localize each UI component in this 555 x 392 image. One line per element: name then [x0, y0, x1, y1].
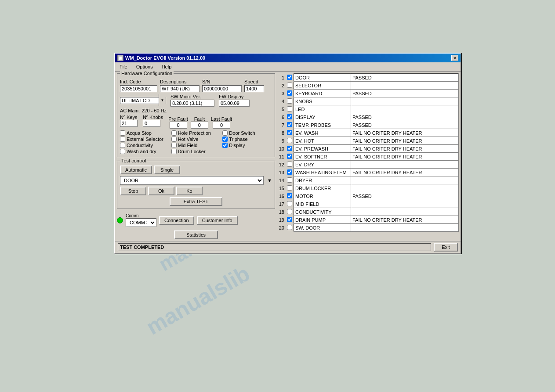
ko-button[interactable]: Ko: [176, 187, 203, 195]
checkbox-drum-locker[interactable]: [171, 149, 177, 154]
fw-display-label: FW Display: [219, 94, 250, 99]
extra-test-row: Extra TEST: [120, 197, 272, 206]
test-cb-10[interactable]: [287, 146, 292, 151]
test-cb-4[interactable]: [287, 98, 292, 104]
hardware-config-group: Hardware Configuration Ind. Code Descrip…: [117, 73, 275, 157]
automatic-button[interactable]: Automatic: [120, 165, 152, 174]
test-cb-16[interactable]: [287, 193, 292, 198]
checkbox-item-2: Door Switch: [222, 130, 272, 136]
checkbox-hot-valve[interactable]: [171, 137, 177, 142]
speed-input[interactable]: [244, 85, 264, 92]
test-cb-9[interactable]: [287, 138, 292, 143]
test-name-18: CONDUCTIVITY: [294, 208, 351, 216]
label-speed: Speed: [244, 79, 266, 84]
checkbox-wash-and-dry[interactable]: [120, 149, 125, 154]
test-name-1: DOOR: [294, 74, 351, 82]
test-cb-19[interactable]: [287, 217, 292, 222]
n-keys-label: Nº Keys: [120, 115, 138, 120]
test-cb-7[interactable]: [287, 122, 292, 127]
model-select[interactable]: ULTIMA LCD: [120, 97, 166, 104]
n-keys-input[interactable]: [120, 120, 138, 127]
row-num-1: 1: [277, 74, 286, 82]
pre-fault-input[interactable]: [170, 122, 187, 129]
test-cb-14[interactable]: [287, 177, 292, 183]
menu-help[interactable]: Help: [159, 63, 174, 70]
checkbox-display[interactable]: [222, 143, 228, 148]
test-cb-18[interactable]: [287, 209, 292, 214]
test-name-12: EV. DRY: [294, 161, 351, 169]
ind-code-input[interactable]: [120, 85, 157, 92]
menu-file[interactable]: File: [117, 63, 130, 70]
test-name-14: DRYER: [294, 176, 351, 184]
test-table: 1DOORPASSED2SELECTOR3KEYBOARDPASSED4KNOB…: [277, 73, 459, 232]
test-row-1: 1DOORPASSED: [277, 74, 459, 82]
status-bar: TEST COMPLETED Exit: [115, 241, 461, 253]
row-num-6: 6: [277, 113, 286, 121]
test-row-3: 3KEYBOARDPASSED: [277, 90, 459, 97]
stop-button[interactable]: Stop: [120, 187, 146, 195]
statistics-button[interactable]: Statistics: [174, 230, 218, 239]
test-cb-1[interactable]: [287, 75, 292, 80]
checkbox-acqua-stop[interactable]: [120, 130, 125, 136]
row-num-15: 15: [277, 184, 286, 192]
customer-info-button[interactable]: Customer Info: [197, 216, 238, 225]
ok-button[interactable]: Ok: [148, 187, 174, 195]
n-knobs-input[interactable]: [143, 120, 160, 127]
test-item-select[interactable]: DOOR: [120, 176, 264, 185]
fw-display-input[interactable]: [219, 100, 250, 107]
close-button[interactable]: ×: [451, 55, 458, 61]
menu-options[interactable]: Options: [134, 63, 156, 70]
last-fault-input[interactable]: [213, 122, 230, 129]
test-cb-12[interactable]: [287, 162, 292, 167]
checkbox-mid-field[interactable]: [171, 143, 177, 148]
test-row-8: 8EV. WASHFAIL NO CRITER DRY HEATER: [277, 129, 459, 137]
checkbox-label-4: Hot Valve: [178, 137, 199, 142]
status-text: TEST COMPLETED: [118, 243, 431, 251]
test-result-3: PASSED: [351, 90, 459, 97]
checkbox-door-switch[interactable]: [222, 130, 228, 136]
test-cb-6[interactable]: [287, 114, 292, 119]
test-row-5: 5LED: [277, 105, 459, 113]
checkbox-external-selector[interactable]: [120, 137, 125, 142]
test-cb-15[interactable]: [287, 185, 292, 191]
test-result-2: [351, 82, 459, 90]
connection-button[interactable]: Connection: [159, 216, 194, 225]
checkbox-conductivity[interactable]: [120, 143, 125, 148]
comm-select[interactable]: COMM 3: [126, 218, 156, 227]
sw-micro-input[interactable]: [170, 100, 214, 107]
menu-bar: File Options Help: [115, 62, 461, 72]
test-row-19: 19DRAIN PUMPFAIL NO CRITER DRY HEATER: [277, 216, 459, 224]
test-cb-17[interactable]: [287, 201, 292, 206]
checkbox-hole-protection[interactable]: [171, 130, 177, 136]
test-name-20: SW. DOOR: [294, 224, 351, 232]
fault-input[interactable]: [191, 122, 208, 129]
window-title: WM_Doctor EVOII Version 01.12.00: [125, 55, 205, 61]
test-cb-13[interactable]: [287, 169, 292, 175]
test-cb-20[interactable]: [287, 225, 292, 230]
test-result-9: FAIL NO CRITER DRY HEATER: [351, 137, 459, 145]
checkbox-label-3: External Selector: [127, 137, 163, 142]
test-cb-5[interactable]: [287, 106, 292, 111]
test-row-11: 11EV. SOFTNERFAIL NO CRITER DRY HEATER: [277, 153, 459, 161]
stats-row: Statistics: [117, 230, 275, 239]
exit-button[interactable]: Exit: [434, 243, 458, 252]
row-num-19: 19: [277, 216, 286, 224]
test-name-8: EV. WASH: [294, 129, 351, 137]
test-cb-3[interactable]: [287, 90, 292, 96]
single-button[interactable]: Single: [154, 165, 180, 174]
checkbox-label-9: Wash and dry: [127, 149, 156, 154]
pre-fault-label: Pre Fault: [168, 116, 188, 122]
test-name-5: LED: [294, 105, 351, 113]
test-cb-8[interactable]: [287, 130, 292, 135]
sn-input[interactable]: [202, 85, 242, 92]
comm-label: Comm: [126, 213, 156, 218]
ac-main-row: AC Main: 220 - 60 Hz: [120, 108, 272, 113]
test-cb-2[interactable]: [287, 83, 292, 88]
test-result-5: [351, 105, 459, 113]
extra-test-button[interactable]: Extra TEST: [170, 197, 222, 206]
checkbox-label-2: Door Switch: [229, 130, 255, 136]
main-window: ▣ WM_Doctor EVOII Version 01.12.00 × Fil…: [114, 53, 461, 254]
test-cb-11[interactable]: [287, 154, 292, 159]
checkbox-triphase[interactable]: [222, 137, 228, 142]
description-input[interactable]: [160, 85, 200, 92]
